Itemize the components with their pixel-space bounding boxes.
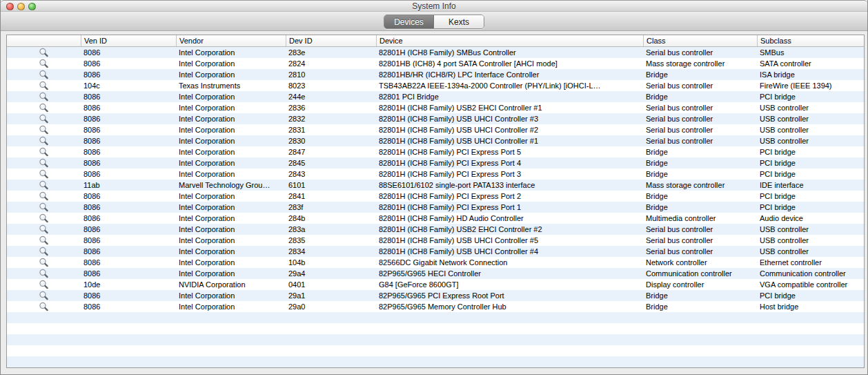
cell-ven-id: 8086 — [81, 102, 176, 113]
cell-class: Bridge — [643, 69, 757, 80]
magnifier-icon[interactable] — [39, 70, 49, 79]
cell-device: 82801H (ICH8 Family) USB UHCI Controller… — [376, 235, 643, 246]
table-row[interactable]: 8086 Intel Corporation 283a 82801H (ICH8… — [7, 224, 864, 235]
row-detail-cell — [7, 246, 81, 257]
row-detail-cell — [7, 191, 81, 202]
table-row[interactable]: 8086 Intel Corporation 283e 82801H (ICH8… — [7, 47, 864, 58]
cell-vendor: Intel Corporation — [176, 246, 286, 257]
cell-dev-id: 29a4 — [286, 268, 376, 279]
cell-subclass: USB controller — [757, 224, 864, 235]
system-info-window: System Info Devices Kexts Ven ID Vendor … — [0, 0, 868, 375]
cell-device: 82801H (ICH8 Family) USB UHCI Controller… — [376, 124, 643, 135]
magnifier-icon[interactable] — [39, 147, 49, 157]
magnifier-icon[interactable] — [39, 191, 49, 201]
magnifier-icon[interactable] — [39, 247, 49, 256]
column-header-vendor[interactable]: Vendor — [176, 35, 286, 46]
cell-dev-id: 2841 — [286, 191, 376, 202]
tab-kexts[interactable]: Kexts — [434, 15, 484, 28]
table-row[interactable]: 8086 Intel Corporation 2830 82801H (ICH8… — [7, 135, 864, 146]
table-row[interactable]: 8086 Intel Corporation 283f 82801H (ICH8… — [7, 202, 864, 213]
cell-dev-id: 2836 — [286, 102, 376, 113]
cell-class: Multimedia controller — [643, 213, 757, 224]
column-header-icon[interactable] — [7, 35, 81, 46]
table-row[interactable]: 8086 Intel Corporation 2843 82801H (ICH8… — [7, 169, 864, 180]
table-row[interactable]: 8086 Intel Corporation 2841 82801H (ICH8… — [7, 191, 864, 202]
cell-ven-id: 8086 — [81, 191, 176, 202]
table-row[interactable]: 8086 Intel Corporation 244e 82801 PCI Br… — [7, 91, 864, 102]
magnifier-icon[interactable] — [39, 180, 49, 190]
magnifier-icon[interactable] — [39, 213, 49, 223]
table-row[interactable]: 8086 Intel Corporation 2834 82801H (ICH8… — [7, 246, 864, 257]
magnifier-icon[interactable] — [39, 158, 49, 168]
cell-vendor: Texas Instruments — [176, 80, 286, 91]
cell-dev-id: 2843 — [286, 169, 376, 180]
column-header-class[interactable]: Class — [643, 35, 757, 46]
cell-subclass: Host bridge — [757, 301, 864, 312]
magnifier-icon[interactable] — [39, 291, 49, 300]
magnifier-icon[interactable] — [39, 224, 49, 234]
cell-dev-id: 2824 — [286, 58, 376, 69]
view-segmented-control: Devices Kexts — [384, 15, 484, 29]
row-detail-cell — [7, 135, 81, 146]
content-area: Ven ID Vendor Dev ID Device Class Subcla… — [1, 31, 867, 374]
magnifier-icon[interactable] — [39, 114, 49, 124]
table-body[interactable]: 8086 Intel Corporation 283e 82801H (ICH8… — [7, 47, 864, 367]
table-row[interactable]: 8086 Intel Corporation 284b 82801H (ICH8… — [7, 213, 864, 224]
magnifier-icon[interactable] — [39, 125, 49, 135]
row-detail-cell — [7, 279, 81, 290]
cell-vendor: Intel Corporation — [176, 290, 286, 301]
cell-device: 82801H (ICH8 Family) SMBus Controller — [376, 47, 643, 58]
table-row[interactable]: 8086 Intel Corporation 104b 82566DC Giga… — [7, 257, 864, 268]
table-row[interactable]: 8086 Intel Corporation 2835 82801H (ICH8… — [7, 235, 864, 246]
magnifier-icon[interactable] — [39, 280, 49, 289]
table-row[interactable]: 8086 Intel Corporation 2836 82801H (ICH8… — [7, 102, 864, 113]
magnifier-icon[interactable] — [39, 169, 49, 179]
magnifier-icon[interactable] — [39, 103, 49, 113]
column-header-device[interactable]: Device — [376, 35, 643, 46]
cell-subclass: ISA bridge — [757, 69, 864, 80]
column-header-dev-id[interactable]: Dev ID — [286, 35, 376, 46]
cell-device: 82801H (ICH8 Family) USB UHCI Controller… — [376, 246, 643, 257]
table-row[interactable]: 8086 Intel Corporation 2847 82801H (ICH8… — [7, 146, 864, 157]
column-header-subclass[interactable]: Subclass — [757, 35, 864, 46]
magnifier-icon[interactable] — [39, 302, 49, 311]
magnifier-icon[interactable] — [39, 235, 49, 245]
magnifier-icon[interactable] — [39, 258, 49, 267]
magnifier-icon[interactable] — [39, 48, 49, 57]
cell-subclass: FireWire (IEEE 1394) — [757, 80, 864, 91]
table-row[interactable]: 8086 Intel Corporation 2810 82801HB/HR (… — [7, 69, 864, 80]
title-bar[interactable]: System Info — [1, 0, 867, 12]
cell-ven-id: 8086 — [81, 213, 176, 224]
magnifier-icon[interactable] — [39, 81, 49, 90]
cell-device: 82P965/G965 Memory Controller Hub — [376, 301, 643, 312]
cell-ven-id: 10de — [81, 279, 176, 290]
magnifier-icon[interactable] — [39, 59, 49, 68]
cell-subclass: USB controller — [757, 113, 864, 124]
table-row[interactable]: 104c Texas Instruments 8023 TSB43AB22A I… — [7, 80, 864, 91]
magnifier-icon[interactable] — [39, 136, 49, 146]
table-row[interactable]: 8086 Intel Corporation 29a1 82P965/G965 … — [7, 290, 864, 301]
cell-class: Serial bus controller — [643, 224, 757, 235]
table-row[interactable]: 8086 Intel Corporation 2831 82801H (ICH8… — [7, 124, 864, 135]
window-title: System Info — [1, 1, 867, 11]
cell-ven-id: 8086 — [81, 146, 176, 157]
cell-vendor: Marvell Technology Grou… — [176, 180, 286, 191]
row-detail-cell — [7, 202, 81, 213]
cell-device: 82801H (ICH8 Family) HD Audio Controller — [376, 213, 643, 224]
table-row[interactable]: 8086 Intel Corporation 2824 82801HB (ICH… — [7, 58, 864, 69]
table-row[interactable]: 8086 Intel Corporation 29a4 82P965/G965 … — [7, 268, 864, 279]
magnifier-icon[interactable] — [39, 92, 49, 102]
table-row[interactable]: 10de NVIDIA Corporation 0401 G84 [GeForc… — [7, 279, 864, 290]
table-row[interactable]: 8086 Intel Corporation 29a0 82P965/G965 … — [7, 301, 864, 312]
table-row[interactable]: 8086 Intel Corporation 2845 82801H (ICH8… — [7, 157, 864, 169]
row-detail-cell — [7, 102, 81, 113]
magnifier-icon[interactable] — [39, 269, 49, 278]
table-header: Ven ID Vendor Dev ID Device Class Subcla… — [7, 35, 864, 47]
column-header-ven-id[interactable]: Ven ID — [81, 35, 176, 46]
magnifier-icon[interactable] — [39, 202, 49, 212]
table-row[interactable]: 11ab Marvell Technology Grou… 6101 88SE6… — [7, 180, 864, 191]
cell-vendor: Intel Corporation — [176, 257, 286, 268]
table-row[interactable]: 8086 Intel Corporation 2832 82801H (ICH8… — [7, 113, 864, 124]
tab-devices[interactable]: Devices — [384, 15, 434, 28]
cell-device: 82801H (ICH8 Family) USB2 EHCI Controlle… — [376, 102, 643, 113]
